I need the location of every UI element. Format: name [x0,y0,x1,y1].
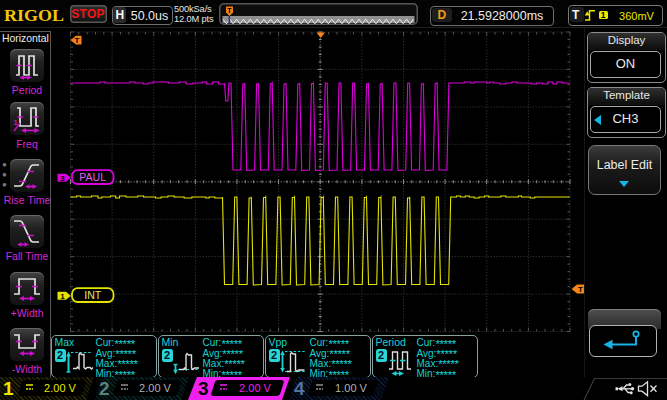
svg-text:T: T [578,285,583,294]
svg-text:3: 3 [60,174,65,183]
svg-text:T: T [227,7,232,14]
svg-text:1: 1 [14,118,18,127]
svg-text:INT: INT [84,289,102,301]
svg-text:1: 1 [60,292,65,301]
svg-text:PAUL: PAUL [79,171,106,183]
svg-text:T: T [75,36,80,45]
